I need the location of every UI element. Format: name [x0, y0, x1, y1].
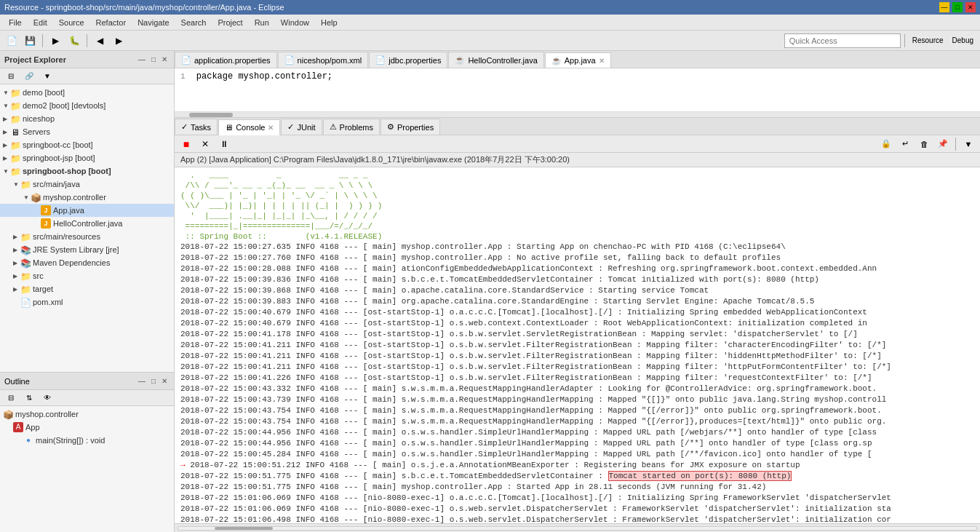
debug-button[interactable]: 🐛 [65, 33, 83, 49]
console-line-14: 2018-07-22 15:00:43.739 INFO 4168 --- [ … [180, 394, 974, 405]
menu-item-help[interactable]: Help [315, 17, 343, 28]
project-explorer-header: Project Explorer — □ ✕ [0, 51, 174, 68]
view-menu-button[interactable]: ▼ [39, 68, 56, 84]
tree-item-15[interactable]: ▶📁target [0, 282, 174, 295]
tree-item-11[interactable]: ▶📁src/main/resources [0, 230, 174, 243]
console-view-menu-button[interactable]: ▼ [960, 136, 977, 152]
maximize-button[interactable]: □ [952, 2, 963, 12]
tree-arrow-0[interactable]: ▼ [3, 90, 10, 96]
tree-item-0[interactable]: ▼📁demo [boot] [0, 86, 174, 99]
editor-tab-0[interactable]: 📄application.properties [175, 52, 277, 68]
console-clear-button[interactable]: 🗑 [915, 136, 933, 152]
tree-arrow-7[interactable]: ▼ [13, 181, 20, 188]
outline-maximize-button[interactable]: □ [149, 376, 158, 386]
console-pin-button[interactable]: 📌 [934, 136, 952, 152]
tree-item-10[interactable]: JHelloController.java [0, 217, 174, 230]
outline-minimize-button[interactable]: — [136, 376, 148, 386]
console-line-13: 2018-07-22 15:00:43.332 INFO 4168 --- [ … [180, 384, 974, 394]
tree-item-2[interactable]: ▶📁niceshop [0, 112, 174, 125]
tree-item-6[interactable]: ▼📁springboot-shop [boot] [0, 164, 174, 178]
outline-close-button[interactable]: ✕ [159, 376, 170, 386]
menu-item-source[interactable]: Source [53, 17, 90, 28]
editor-tab-2[interactable]: 📄jdbc.properties [369, 52, 447, 68]
console-stop-button[interactable]: ■ [178, 136, 195, 152]
tree-item-8[interactable]: ▼📦myshop.controller [0, 191, 174, 204]
minimize-panel-button[interactable]: — [136, 55, 148, 64]
tree-item-7[interactable]: ▼📁src/main/java [0, 178, 174, 191]
tree-item-13[interactable]: ▶📚Maven Dependencies [0, 256, 174, 269]
editor-area[interactable]: 1 package myshop.controller; [175, 68, 980, 112]
scrollbar-thumb[interactable] [215, 527, 273, 530]
resource-perspective-button[interactable]: Resource [909, 33, 947, 49]
minimize-button[interactable]: — [939, 2, 949, 12]
menu-item-search[interactable]: Search [175, 17, 212, 28]
console-tab-close-1[interactable]: ✕ [268, 124, 274, 132]
link-with-editor-button[interactable]: 🔗 [20, 68, 38, 84]
collapse-all-button[interactable]: ⊟ [2, 68, 20, 84]
editor-tab-4[interactable]: ☕App.java✕ [545, 52, 611, 68]
tree-arrow-6[interactable]: ▼ [3, 168, 10, 175]
menu-item-run[interactable]: Run [249, 17, 275, 28]
forward-button[interactable]: ▶ [110, 33, 127, 49]
tree-arrow-1[interactable]: ▼ [3, 103, 10, 109]
console-output[interactable]: . ____ _ __ _ _ /\\ / ___'_ __ _ _(_)_ _… [175, 167, 980, 523]
console-horizontal-scrollbar[interactable] [175, 523, 980, 532]
editor-tab-1[interactable]: 📄niceshop/pom.xml [278, 52, 369, 68]
console-pause-button[interactable]: ⏸ [215, 136, 233, 152]
close-panel-button[interactable]: ✕ [159, 55, 170, 64]
outline-item-0[interactable]: 📦myshop.controller [0, 408, 174, 421]
tree-arrow-3[interactable]: ▶ [3, 129, 10, 135]
console-tab-1[interactable]: 🖥Console✕ [218, 119, 280, 135]
tree-arrow-13[interactable]: ▶ [13, 260, 20, 266]
tree-arrow-5[interactable]: ▶ [3, 155, 10, 162]
console-tab-4[interactable]: ⚙Properties [381, 119, 440, 135]
tree-item-1[interactable]: ▼📁demo2 [boot] [devtools] [0, 99, 174, 112]
tree-arrow-4[interactable]: ▶ [3, 142, 10, 148]
project-explorer-toolbar: ⊟ 🔗 ▼ [0, 68, 174, 84]
tree-icon-12: 📚 [20, 245, 31, 255]
quick-access-input[interactable] [784, 33, 901, 48]
tree-label-13: Maven Dependencies [33, 258, 110, 267]
outline-item-2[interactable]: ●main(String[]) : void [0, 434, 174, 447]
tree-arrow-12[interactable]: ▶ [13, 247, 20, 253]
run-button[interactable]: ▶ [47, 33, 64, 49]
console-close-button[interactable]: ✕ [196, 136, 214, 152]
back-button[interactable]: ◀ [91, 33, 108, 49]
outline-collapse-button[interactable]: ⊟ [2, 390, 20, 406]
editor-horizontal-scrollbar[interactable] [175, 112, 980, 118]
tree-item-16[interactable]: 📄pom.xml [0, 295, 174, 309]
console-scroll-lock-button[interactable]: 🔒 [877, 136, 895, 152]
console-tab-3[interactable]: ⚠Problems [323, 119, 380, 135]
tree-item-3[interactable]: ▶🖥Servers [0, 125, 174, 138]
console-word-wrap-button[interactable]: ↵ [896, 136, 914, 152]
outline-item-1[interactable]: AApp [0, 421, 174, 434]
tree-arrow-14[interactable]: ▶ [13, 273, 20, 279]
new-button[interactable]: 📄 [3, 33, 20, 49]
menu-item-window[interactable]: Window [275, 17, 315, 28]
tree-item-5[interactable]: ▶📁springboot-jsp [boot] [0, 151, 174, 164]
editor-tab-3[interactable]: ☕HelloController.java [448, 52, 543, 68]
menu-item-refactor[interactable]: Refactor [90, 17, 132, 28]
menu-item-navigate[interactable]: Navigate [132, 17, 175, 28]
tree-arrow-2[interactable]: ▶ [3, 116, 10, 122]
outline-sort-button[interactable]: ⇅ [20, 390, 38, 406]
close-button[interactable]: ✕ [965, 2, 976, 12]
tree-arrow-11[interactable]: ▶ [13, 234, 20, 240]
tree-arrow-15[interactable]: ▶ [13, 286, 20, 293]
outline-hide-button[interactable]: 👁 [39, 390, 56, 406]
menu-item-project[interactable]: Project [212, 17, 248, 28]
tree-item-4[interactable]: ▶📁springboot-cc [boot] [0, 138, 174, 151]
editor-tab-close-4[interactable]: ✕ [599, 57, 605, 65]
tree-item-9[interactable]: JApp.java [0, 204, 174, 217]
save-button[interactable]: 💾 [21, 33, 39, 49]
menu-item-file[interactable]: File [3, 17, 28, 28]
console-tab-2[interactable]: ✓JUnit [281, 119, 322, 135]
tree-item-12[interactable]: ▶📚JRE System Library [jre] [0, 243, 174, 256]
console-tab-0[interactable]: ✓Tasks [175, 119, 218, 135]
tree-item-14[interactable]: ▶📁src [0, 269, 174, 282]
menu-item-edit[interactable]: Edit [28, 17, 53, 28]
debug-perspective-button[interactable]: Debug [949, 33, 977, 49]
maximize-panel-button[interactable]: □ [149, 55, 158, 64]
tree-arrow-8[interactable]: ▼ [23, 194, 31, 201]
editor-scrollbar-thumb[interactable] [189, 113, 233, 117]
